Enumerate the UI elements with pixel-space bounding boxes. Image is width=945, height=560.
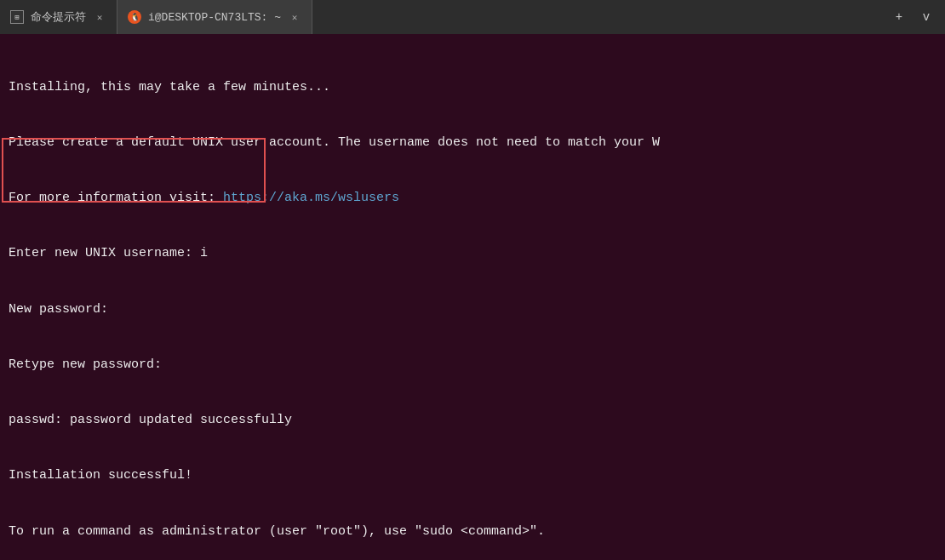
tab-cmd-close[interactable]: ✕ bbox=[93, 10, 106, 24]
titlebar-actions: + v bbox=[880, 5, 945, 29]
terminal-output: Installing, this may take a few minutes.… bbox=[9, 41, 936, 560]
ubuntu-icon: 🐧 bbox=[128, 10, 141, 24]
terminal-line-2: Please create a default UNIX user accoun… bbox=[9, 134, 936, 152]
tab-cmd-label: 命令提示符 bbox=[31, 9, 86, 25]
terminal-line-5: New password: bbox=[9, 300, 936, 319]
window: ⊞ 命令提示符 ✕ 🐧 i@DESKTOP-CN73LTS: ~ ✕ + v I… bbox=[0, 0, 945, 560]
terminal-line-9: To run a command as administrator (user … bbox=[9, 523, 936, 541]
dropdown-button[interactable]: v bbox=[914, 5, 938, 29]
tab-ubuntu[interactable]: 🐧 i@DESKTOP-CN73LTS: ~ ✕ bbox=[117, 0, 312, 34]
terminal-line-8: Installation successful! bbox=[9, 466, 936, 485]
terminal-line-6: Retype new password: bbox=[9, 356, 936, 374]
titlebar: ⊞ 命令提示符 ✕ 🐧 i@DESKTOP-CN73LTS: ~ ✕ + v bbox=[0, 0, 945, 34]
terminal-line-4: Enter new UNIX username: i bbox=[9, 244, 936, 263]
wslusers-url: https://aka.ms/wslusers bbox=[223, 191, 399, 205]
terminal-line-1: Installing, this may take a few minutes.… bbox=[9, 78, 936, 97]
new-tab-button[interactable]: + bbox=[887, 5, 911, 29]
tab-ubuntu-close[interactable]: ✕ bbox=[288, 10, 301, 24]
tab-ubuntu-label: i@DESKTOP-CN73LTS: ~ bbox=[148, 11, 281, 24]
terminal-line-3: For more information visit: https://aka.… bbox=[9, 189, 936, 208]
cmd-icon: ⊞ bbox=[10, 10, 24, 24]
tab-cmd[interactable]: ⊞ 命令提示符 ✕ bbox=[0, 0, 117, 34]
terminal-line-7: passwd: password updated successfully bbox=[9, 411, 936, 430]
terminal-content[interactable]: Installing, this may take a few minutes.… bbox=[0, 34, 945, 560]
